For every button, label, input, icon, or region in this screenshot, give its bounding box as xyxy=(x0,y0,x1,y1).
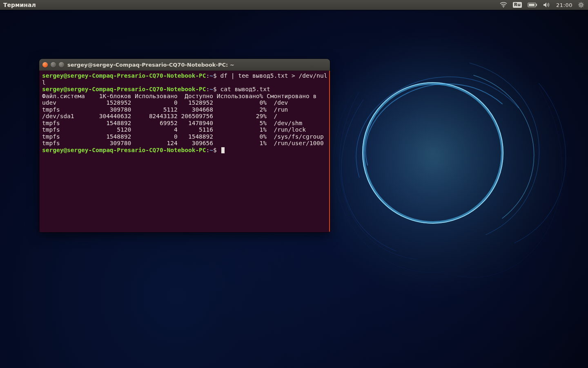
svg-line-11 xyxy=(582,3,583,4)
terminal-titlebar[interactable]: sergey@sergey-Compaq-Presario-CQ70-Noteb… xyxy=(39,59,330,71)
svg-point-13 xyxy=(310,30,564,284)
terminal-title: sergey@sergey-Compaq-Presario-CQ70-Noteb… xyxy=(67,62,234,68)
svg-point-4 xyxy=(580,4,582,6)
window-maximize-button[interactable] xyxy=(59,62,64,67)
svg-line-9 xyxy=(579,3,580,4)
panel-app-name[interactable]: Терминал xyxy=(0,2,36,8)
volume-icon[interactable] xyxy=(543,0,550,10)
window-close-button[interactable] xyxy=(42,62,48,67)
top-panel: Терминал Ru 21:00 xyxy=(0,0,588,10)
svg-line-12 xyxy=(579,6,580,7)
svg-point-14 xyxy=(363,83,502,222)
wallpaper-swirl xyxy=(310,30,576,296)
window-minimize-button[interactable] xyxy=(51,62,56,67)
wifi-icon[interactable] xyxy=(500,0,507,10)
svg-point-0 xyxy=(503,7,504,7)
desktop-background: sergey@sergey-Compaq-Presario-CQ70-Noteb… xyxy=(0,10,588,368)
keyboard-layout-indicator[interactable]: Ru xyxy=(513,2,522,8)
svg-point-15 xyxy=(363,83,503,223)
svg-rect-3 xyxy=(529,4,535,6)
svg-rect-2 xyxy=(536,4,537,6)
svg-line-10 xyxy=(582,6,583,7)
terminal-cursor xyxy=(221,147,225,153)
battery-icon[interactable] xyxy=(528,0,537,10)
terminal-output[interactable]: sergey@sergey-Compaq-Presario-CQ70-Noteb… xyxy=(39,71,330,232)
gear-icon[interactable] xyxy=(578,0,584,10)
clock[interactable]: 21:00 xyxy=(556,2,572,8)
terminal-window[interactable]: sergey@sergey-Compaq-Presario-CQ70-Noteb… xyxy=(39,59,330,232)
